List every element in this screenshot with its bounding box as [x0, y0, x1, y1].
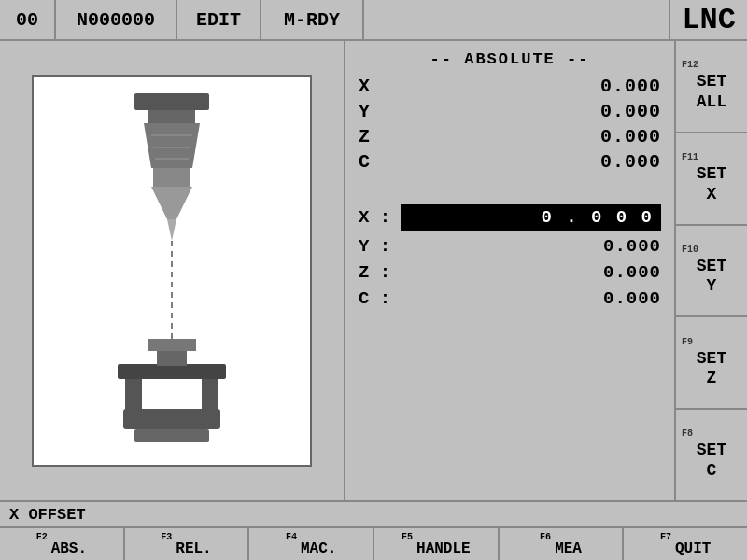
bfkey-label: MAC. — [301, 540, 336, 557]
svg-rect-10 — [157, 349, 187, 366]
input-row[interactable]: Y : 0.000 — [359, 236, 661, 257]
bfkey-num: F5 — [402, 532, 413, 542]
bfkey-num: F6 — [540, 532, 551, 542]
fkey-f11[interactable]: F11 SETX — [676, 133, 747, 226]
absolute-title: -- ABSOLUTE -- — [359, 50, 661, 68]
bottom-fkey-f3[interactable]: F3 REL. — [125, 528, 250, 560]
svg-rect-9 — [118, 364, 226, 379]
fkey-label: SETX — [697, 164, 726, 204]
svg-rect-1 — [148, 110, 195, 123]
status-display: M-RDY — [261, 0, 364, 39]
svg-marker-4 — [151, 187, 192, 219]
coord-label: Z — [359, 126, 396, 147]
fkey-num: F12 — [682, 60, 698, 70]
fkey-num: F9 — [682, 337, 693, 347]
input-label: C : — [359, 288, 401, 309]
abs-coord-row: C 0.000 — [359, 151, 661, 173]
bfkey-num: F4 — [286, 532, 297, 542]
bfkey-num: F3 — [161, 532, 172, 542]
right-fkeys: F12 SETALL F11 SETX F10 SETY F9 SETZ F8 … — [674, 41, 747, 500]
input-label: Y : — [359, 236, 401, 257]
fkey-f10[interactable]: F10 SETY — [676, 226, 747, 318]
status-bar: X OFFSET — [0, 500, 747, 528]
coord-label: Y — [359, 101, 396, 122]
coord-value: 0.000 — [396, 76, 661, 97]
coord-label: X — [359, 76, 396, 97]
fkey-num: F8 — [682, 428, 693, 439]
svg-marker-2 — [144, 123, 200, 168]
svg-rect-11 — [148, 339, 196, 351]
coord-value: 0.000 — [396, 126, 661, 147]
bottom-bar: F2 ABS. F3 REL. F4 MAC. F5 HANDLE F6 MEA… — [0, 528, 747, 560]
fkey-f8[interactable]: F8 SETC — [676, 410, 747, 500]
bfkey-label: HANDLE — [416, 540, 471, 557]
input-rows: X : 0 . 0 0 0 Y : 0.000 Z : 0.000 C : 0.… — [359, 204, 661, 315]
cnc-image-panel — [0, 41, 345, 500]
bfkey-label: ABS. — [51, 540, 87, 557]
input-value: 0.000 — [401, 236, 661, 257]
fkey-num: F10 — [682, 245, 698, 255]
svg-rect-13 — [134, 429, 209, 442]
coord-value: 0.000 — [396, 101, 661, 122]
bfkey-num: F7 — [660, 532, 671, 542]
input-value: 0.000 — [401, 288, 661, 309]
fkey-f12[interactable]: F12 SETALL — [676, 41, 747, 133]
abs-coord-row: X 0.000 — [359, 76, 661, 97]
bottom-fkey-f4[interactable]: F4 MAC. — [249, 528, 374, 560]
fkey-f9[interactable]: F9 SETZ — [676, 317, 747, 410]
channel-display: 00 — [0, 0, 56, 39]
coord-value: 0.000 — [396, 151, 661, 173]
input-label: X : — [359, 207, 401, 228]
mode-display: EDIT — [177, 0, 261, 39]
fkey-num: F11 — [682, 152, 698, 162]
fkey-label: SETC — [697, 441, 726, 481]
input-row[interactable]: X : 0 . 0 0 0 — [359, 204, 661, 231]
bottom-fkey-f7[interactable]: F7 QUIT — [624, 528, 747, 560]
svg-rect-0 — [134, 93, 209, 110]
fkey-label: SETZ — [697, 349, 726, 389]
fkey-label: SETY — [697, 257, 726, 297]
input-row[interactable]: Z : 0.000 — [359, 262, 661, 283]
svg-rect-12 — [123, 409, 220, 429]
main-area: -- ABSOLUTE -- X 0.000 Y 0.000 Z 0.000 C… — [0, 41, 747, 500]
bottom-fkey-f2[interactable]: F2 ABS. — [0, 528, 125, 560]
center-panel: -- ABSOLUTE -- X 0.000 Y 0.000 Z 0.000 C… — [345, 41, 674, 500]
input-value[interactable]: 0 . 0 0 0 — [401, 204, 661, 231]
bfkey-label: REL. — [176, 540, 211, 557]
cnc-display — [32, 75, 312, 467]
input-label: Z : — [359, 262, 401, 283]
brand-label: LNC — [669, 0, 747, 39]
input-value: 0.000 — [401, 262, 661, 283]
bottom-fkey-f5[interactable]: F5 HANDLE — [374, 528, 500, 560]
svg-marker-5 — [167, 219, 176, 241]
absolute-coords: X 0.000 Y 0.000 Z 0.000 C 0.000 — [359, 76, 661, 176]
cnc-svg — [50, 84, 293, 457]
bottom-fkey-f6[interactable]: F6 MEA — [500, 528, 625, 560]
bfkey-label: MEA — [555, 540, 582, 557]
top-bar: 00 N000000 EDIT M-RDY LNC — [0, 0, 747, 41]
program-display: N000000 — [56, 0, 177, 39]
fkey-label: SETALL — [697, 72, 726, 112]
svg-rect-3 — [153, 168, 190, 187]
coord-label: C — [359, 151, 396, 173]
abs-coord-row: Z 0.000 — [359, 126, 661, 147]
abs-coord-row: Y 0.000 — [359, 101, 661, 122]
bfkey-num: F2 — [36, 532, 48, 542]
input-row[interactable]: C : 0.000 — [359, 288, 661, 309]
bfkey-label: QUIT — [675, 540, 711, 557]
